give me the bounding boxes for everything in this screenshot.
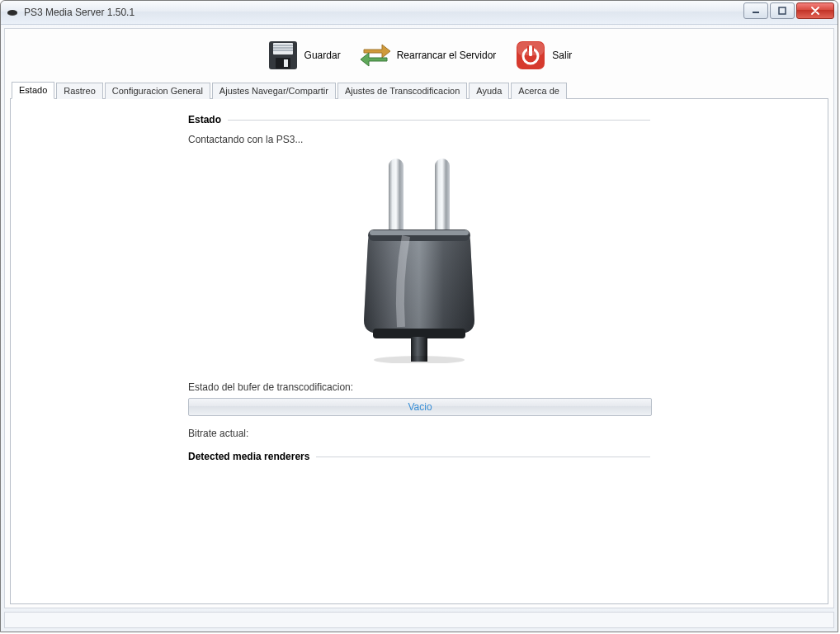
tab-ajustes-transcodificacion[interactable]: Ajustes de Transcodificacion — [337, 83, 467, 99]
exit-label: Salir — [552, 50, 572, 61]
svg-rect-3 — [779, 7, 786, 14]
tab-ajustes-navegar[interactable]: Ajustes Navegar/Compartir — [212, 83, 336, 99]
svg-rect-2 — [753, 12, 759, 13]
floppy-icon — [267, 39, 300, 72]
app-icon — [6, 6, 19, 19]
tab-ayuda[interactable]: Ayuda — [469, 83, 509, 99]
svg-rect-8 — [273, 50, 293, 51]
divider — [316, 457, 650, 457]
tab-estado[interactable]: Estado — [12, 82, 54, 99]
buffer-value: Vacio — [408, 401, 432, 413]
restart-icon — [359, 39, 392, 72]
save-label: Guardar — [304, 50, 341, 61]
divider — [228, 120, 650, 121]
section-renderers-header: Detected media renderers — [188, 451, 650, 462]
restart-label: Rearrancar el Servidor — [397, 50, 497, 61]
svg-rect-9 — [276, 58, 290, 69]
svg-rect-6 — [273, 45, 293, 46]
app-window: PS3 Media Server 1.50.1 — [0, 0, 838, 632]
section-estado-title: Estado — [188, 114, 221, 125]
bitrate-label: Bitrate actual: — [188, 428, 650, 439]
tab-panel-estado: Estado Contactando con la PS3... — [10, 99, 828, 604]
panel-inner: Estado Contactando con la PS3... — [188, 114, 650, 462]
tab-acerca[interactable]: Acerca de — [511, 83, 567, 99]
window-title: PS3 Media Server 1.50.1 — [24, 7, 134, 18]
toolbar: Guardar Rearrancar el Servidor — [10, 34, 828, 80]
svg-point-1 — [7, 10, 17, 15]
buffer-progress-bar: Vacio — [188, 398, 652, 416]
status-bar — [4, 612, 834, 628]
ps3-connection-image — [188, 154, 650, 368]
section-estado-header: Estado — [188, 114, 650, 125]
maximize-button[interactable] — [770, 2, 795, 19]
close-button[interactable] — [796, 2, 834, 19]
save-button[interactable]: Guardar — [262, 37, 346, 73]
window-controls — [743, 2, 834, 19]
exit-button[interactable]: Salir — [509, 37, 577, 73]
svg-point-23 — [374, 356, 465, 363]
restart-server-button[interactable]: Rearrancar el Servidor — [354, 37, 502, 73]
tab-configuracion[interactable]: Configuracion General — [105, 83, 210, 99]
svg-rect-16 — [529, 45, 532, 56]
plug-icon — [337, 157, 502, 366]
buffer-status-label: Estado del bufer de transcodificacion: — [188, 381, 650, 393]
titlebar: PS3 Media Server 1.50.1 — [1, 1, 838, 25]
svg-rect-10 — [284, 59, 288, 67]
minimize-button[interactable] — [743, 2, 768, 19]
svg-rect-20 — [370, 230, 469, 235]
content-area: Guardar Rearrancar el Servidor — [4, 28, 834, 608]
power-icon — [514, 39, 547, 72]
tab-strip: Estado Rastreo Configuracion General Aju… — [10, 80, 828, 99]
connecting-status: Contactando con la PS3... — [188, 134, 650, 145]
svg-rect-7 — [273, 47, 293, 49]
tab-rastreo[interactable]: Rastreo — [56, 83, 103, 99]
section-renderers-title: Detected media renderers — [188, 451, 309, 462]
